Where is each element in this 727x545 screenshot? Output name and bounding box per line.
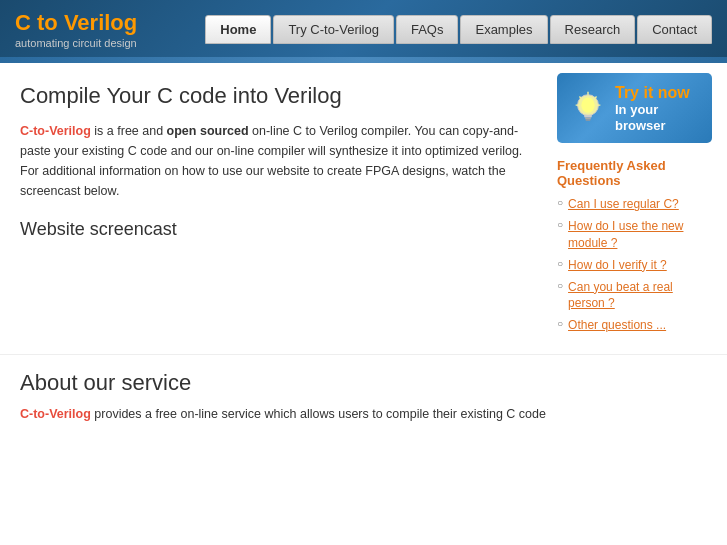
logo-area: C to Verilog automating circuit design — [15, 10, 137, 49]
bulb-icon — [569, 89, 607, 127]
faq-item-4: Can you beat a real person ? — [557, 279, 712, 313]
nav: Home Try C-to-Verilog FAQs Examples Rese… — [203, 15, 712, 44]
about-text: C-to-Verilog provides a free on-line ser… — [20, 404, 707, 424]
main-area: Compile Your C code into Verilog C-to-Ve… — [0, 63, 727, 354]
svg-rect-2 — [584, 115, 592, 118]
intro-text-1: is a free and — [91, 124, 167, 138]
faq-link-3[interactable]: How do I verify it ? — [568, 257, 667, 274]
intro-paragraph: C-to-Verilog is a free and open sourced … — [20, 121, 532, 201]
nav-try[interactable]: Try C-to-Verilog — [273, 15, 394, 44]
faq-list: Can I use regular C? How do I use the ne… — [557, 196, 712, 334]
bottom-section: About our service C-to-Verilog provides … — [0, 354, 727, 439]
try-now-line2: In your browser — [615, 102, 700, 133]
sidebar: Try it now In your browser Frequently As… — [552, 63, 727, 354]
try-now-line1: Try it now — [615, 83, 700, 102]
screencast-title: Website screencast — [20, 219, 532, 240]
faq-link-5[interactable]: Other questions ... — [568, 317, 666, 334]
faq-title: Frequently Asked Questions — [557, 158, 712, 188]
content-area: Compile Your C code into Verilog C-to-Ve… — [0, 63, 552, 354]
intro-bold: open sourced — [167, 124, 249, 138]
faq-link-2[interactable]: How do I use the new module ? — [568, 218, 712, 252]
about-title: About our service — [20, 370, 707, 396]
nav-examples[interactable]: Examples — [460, 15, 547, 44]
nav-home[interactable]: Home — [205, 15, 271, 44]
svg-rect-3 — [585, 118, 591, 120]
site-title[interactable]: C to Verilog — [15, 10, 137, 36]
try-now-box[interactable]: Try it now In your browser — [557, 73, 712, 143]
faq-item-3: How do I verify it ? — [557, 257, 712, 274]
about-brand: C-to-Verilog — [20, 407, 91, 421]
site-subtitle: automating circuit design — [15, 37, 137, 49]
nav-research[interactable]: Research — [550, 15, 636, 44]
faq-link-1[interactable]: Can I use regular C? — [568, 196, 679, 213]
faq-link-4[interactable]: Can you beat a real person ? — [568, 279, 712, 313]
svg-rect-4 — [586, 120, 591, 121]
header: C to Verilog automating circuit design H… — [0, 0, 727, 57]
faq-item-2: How do I use the new module ? — [557, 218, 712, 252]
faq-item-5: Other questions ... — [557, 317, 712, 334]
try-now-text: Try it now In your browser — [615, 83, 700, 133]
faq-item-1: Can I use regular C? — [557, 196, 712, 213]
nav-faqs[interactable]: FAQs — [396, 15, 459, 44]
about-text-body: provides a free on-line service which al… — [91, 407, 546, 421]
brand-name-intro: C-to-Verilog — [20, 124, 91, 138]
svg-point-1 — [581, 98, 594, 113]
page-title: Compile Your C code into Verilog — [20, 83, 532, 109]
nav-contact[interactable]: Contact — [637, 15, 712, 44]
